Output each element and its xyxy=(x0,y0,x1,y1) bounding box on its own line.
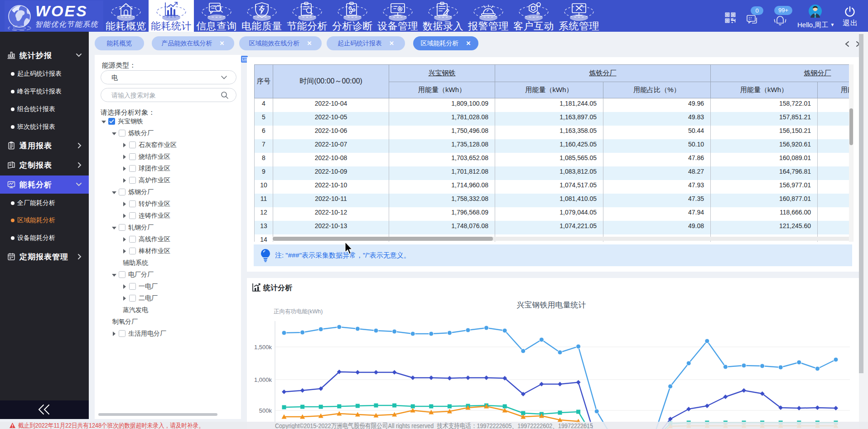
svg-text:500k: 500k xyxy=(259,407,272,414)
svg-text:1,000k: 1,000k xyxy=(254,376,272,383)
svg-text:1,500k: 1,500k xyxy=(254,344,272,351)
svg-text:兴宝钢铁用电量统计: 兴宝钢铁用电量统计 xyxy=(517,301,586,309)
svg-text:正向有功电能(kWh): 正向有功电能(kWh) xyxy=(274,308,323,315)
